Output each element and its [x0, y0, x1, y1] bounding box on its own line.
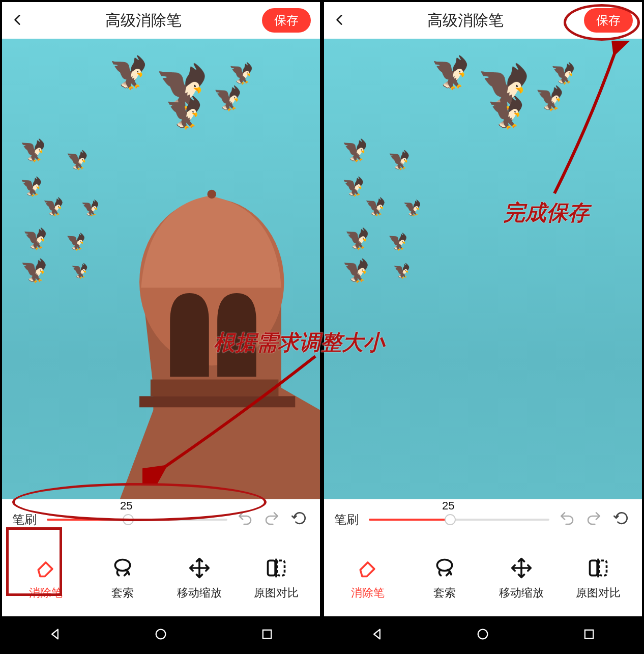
toolbar: 消除笔 套索 移动缩放 原图对比: [324, 540, 642, 616]
brush-label: 笔刷: [334, 511, 362, 528]
svg-rect-12: [599, 560, 607, 575]
svg-rect-1: [150, 380, 278, 396]
tool-compare-label: 原图对比: [254, 585, 299, 601]
lasso-icon: [432, 556, 457, 580]
nav-back-icon[interactable]: [45, 624, 65, 644]
reset-icon[interactable]: [611, 510, 632, 530]
phone-right: 高级消除笔 保存 🦅 🦅 🦅 🦅 🦅 🦅 🦅 🦅 🦅 🦅 🦅 🦅 🦅 🦅 笔刷 …: [322, 0, 644, 654]
phone-left: 高级消除笔 保存 🦅 🦅 🦅 🦅 🦅 🦅 🦅 🦅 🦅 🦅 🦅 🦅 🦅 🦅: [0, 0, 322, 654]
move-icon: [509, 556, 534, 580]
back-icon[interactable]: [11, 12, 24, 29]
svg-point-3: [207, 190, 216, 199]
svg-rect-2: [139, 396, 295, 408]
save-button[interactable]: 保存: [262, 8, 311, 33]
svg-point-8: [156, 630, 166, 639]
compare-icon: [264, 556, 288, 580]
topbar: 高级消除笔 保存: [324, 2, 642, 39]
tool-eraser-label: 消除笔: [29, 585, 63, 601]
tool-lasso[interactable]: 套索: [92, 556, 153, 601]
svg-rect-15: [585, 630, 593, 638]
svg-rect-5: [268, 560, 276, 575]
android-navbar: [324, 616, 642, 652]
toolbar: 消除笔 套索 移动缩放 原图对比: [2, 540, 320, 616]
brush-slider-row: 笔刷 25: [2, 499, 320, 540]
tool-compare-label: 原图对比: [576, 585, 621, 601]
brush-value: 25: [442, 499, 454, 513]
tool-lasso-label: 套索: [111, 585, 134, 601]
move-icon: [187, 556, 212, 580]
tool-eraser[interactable]: 消除笔: [337, 556, 398, 601]
eraser-icon: [356, 556, 380, 580]
undo-icon[interactable]: [235, 510, 255, 530]
image-canvas[interactable]: 🦅 🦅 🦅 🦅 🦅 🦅 🦅 🦅 🦅 🦅 🦅 🦅 🦅 🦅: [2, 39, 320, 499]
svg-rect-9: [263, 630, 271, 638]
save-button[interactable]: 保存: [584, 8, 633, 33]
tool-move[interactable]: 移动缩放: [491, 556, 552, 601]
tool-lasso[interactable]: 套索: [414, 556, 475, 601]
tool-eraser-label: 消除笔: [351, 585, 385, 601]
tool-compare[interactable]: 原图对比: [568, 556, 629, 601]
eraser-icon: [34, 556, 58, 580]
page-title: 高级消除笔: [24, 10, 262, 31]
nav-recent-icon[interactable]: [579, 624, 599, 644]
brush-slider-row: 笔刷 25: [324, 499, 642, 540]
nav-home-icon[interactable]: [473, 624, 493, 644]
svg-rect-11: [590, 560, 598, 575]
page-title: 高级消除笔: [346, 10, 584, 31]
lasso-icon: [110, 556, 135, 580]
brush-label: 笔刷: [12, 511, 40, 528]
nav-home-icon[interactable]: [151, 624, 171, 644]
compare-icon: [586, 556, 610, 580]
redo-icon[interactable]: [262, 510, 282, 530]
brush-slider[interactable]: 25: [47, 509, 227, 530]
redo-icon[interactable]: [584, 510, 604, 530]
tool-lasso-label: 套索: [433, 585, 456, 601]
svg-point-14: [478, 630, 488, 639]
tool-eraser[interactable]: 消除笔: [15, 556, 76, 601]
tool-compare[interactable]: 原图对比: [246, 556, 307, 601]
brush-value: 25: [120, 499, 132, 513]
tool-move-label: 移动缩放: [177, 585, 222, 601]
nav-recent-icon[interactable]: [257, 624, 277, 644]
svg-rect-6: [277, 560, 285, 575]
brush-slider[interactable]: 25: [369, 509, 549, 530]
android-navbar: [2, 616, 320, 652]
nav-back-icon[interactable]: [367, 624, 387, 644]
topbar: 高级消除笔 保存: [2, 2, 320, 39]
back-icon[interactable]: [333, 12, 346, 29]
image-canvas[interactable]: 🦅 🦅 🦅 🦅 🦅 🦅 🦅 🦅 🦅 🦅 🦅 🦅 🦅 🦅: [324, 39, 642, 499]
undo-icon[interactable]: [557, 510, 577, 530]
reset-icon[interactable]: [289, 510, 310, 530]
tool-move[interactable]: 移动缩放: [169, 556, 230, 601]
tool-move-label: 移动缩放: [499, 585, 544, 601]
